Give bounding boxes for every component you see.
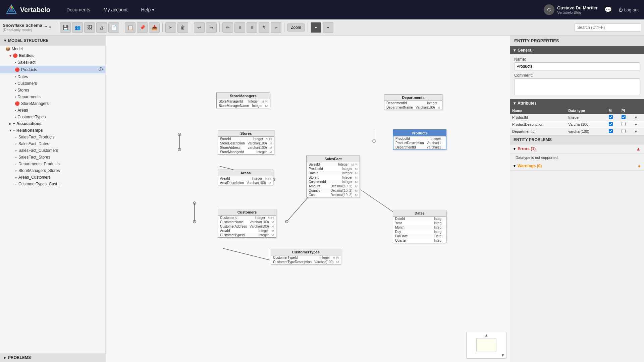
corner-button[interactable]: ⌐ (271, 22, 281, 33)
svg-point-20 (285, 220, 288, 223)
nav-help[interactable]: Help ▾ (138, 6, 157, 14)
attributes-table-container: Name Data type M PI ProductId Integer (510, 107, 644, 135)
view-toggle-1[interactable]: ▪ (311, 22, 321, 33)
attr-pi-checkbox[interactable] (622, 115, 626, 119)
entity-problems-header: ENTITY PROBLEMS (510, 135, 644, 144)
er-table-departments[interactable]: Departments DepartmentId Integer Departm… (384, 94, 442, 110)
save-button[interactable]: 💾 (60, 22, 71, 33)
errors-section-header[interactable]: ▾ Errors (1) ▲ (510, 144, 644, 154)
attr-m-checkbox[interactable] (609, 115, 613, 119)
sidebar-item-areas[interactable]: ▪ Areas (0, 107, 105, 114)
diagram-area[interactable]: StoreManagers StoreManagerId Integer M P… (106, 36, 510, 362)
comment-textarea[interactable] (514, 78, 640, 95)
comment-label: Comment: (514, 73, 640, 78)
image-button[interactable]: 🖼 (84, 22, 95, 33)
toolbar: Snowflake Schema ... (Read-only mode) ▼ … (0, 19, 644, 36)
sidebar-item-dates[interactable]: ▪ Dates (0, 73, 105, 80)
rel-departments-products[interactable]: ⌐ Departments_Products (0, 161, 105, 167)
table-row: StoreId Integer M PI (218, 137, 274, 141)
view-toggle-2[interactable]: ▪ (323, 22, 333, 33)
print-button[interactable]: 🖨 (96, 22, 107, 33)
name-input[interactable] (514, 62, 640, 70)
users-button[interactable]: 👥 (72, 22, 83, 33)
rel-customertypes-cust[interactable]: ⌐ CustomerTypes_Cust... (0, 181, 105, 187)
warnings-section-header[interactable]: ▾ Warnings (0) ● (510, 162, 644, 171)
attr-pi-checkbox[interactable] (622, 122, 626, 126)
er-table-salesfact[interactable]: SalesFact SalesId Integer M PI ProductId… (306, 156, 360, 197)
sidebar-item-salesfact[interactable]: ▪ SalesFact (0, 59, 105, 66)
align-left-button[interactable]: ≡ (234, 22, 245, 33)
associations-group[interactable]: ▸ + Associations (0, 120, 105, 127)
attr-dropdown[interactable]: ▼ (632, 121, 644, 128)
nav-my-account[interactable]: My account (101, 6, 130, 14)
align-center-button[interactable]: ≡ (247, 22, 257, 33)
user-avatar: G (544, 4, 554, 15)
rel-salesfact-customers[interactable]: ⌐ SalesFact_Customers (0, 147, 105, 154)
rel-storemanagers-stores[interactable]: ⌐ StoreManagers_Stores (0, 167, 105, 174)
er-table-customers[interactable]: Customers CustomerId Integer M PI Custom… (218, 209, 276, 238)
rel-salesfact-products[interactable]: ⌐ SalesFact_Products (0, 134, 105, 140)
entities-group[interactable]: ▾ 🔴 Entities (0, 52, 105, 59)
customertypes-header: CustomerTypes (271, 249, 341, 255)
import-button[interactable]: 📥 (149, 22, 160, 33)
general-section-header[interactable]: ▾ General (510, 46, 644, 54)
rel-areas-customers[interactable]: ⌐ Areas_Customers (0, 174, 105, 181)
circle-icon: ● (638, 163, 641, 169)
er-table-products[interactable]: Products ProductId Integer ProductDescri… (393, 129, 446, 150)
er-table-stores[interactable]: Stores StoreId Integer M PI StoreDescrip… (218, 130, 274, 155)
attr-m-checkbox[interactable] (609, 122, 613, 126)
mini-map[interactable]: ▲ ▼ (466, 332, 506, 359)
attr-m[interactable] (607, 121, 620, 128)
er-table-customertypes[interactable]: CustomerTypes CustomerTypeId Integer M P… (271, 249, 341, 264)
redo-button[interactable]: ↪ (206, 22, 217, 33)
attr-dropdown[interactable]: ▼ (632, 114, 644, 121)
sidebar-item-customers[interactable]: ▪ Customers (0, 80, 105, 87)
sidebar-item-stores[interactable]: ▪ Stores (0, 87, 105, 94)
table-row: Quantiy Decimal(10, 2) M (307, 188, 360, 193)
er-table-storemanagers[interactable]: StoreManagers StoreManagerId Integer M P… (216, 93, 270, 108)
route-button[interactable]: ↰ (259, 22, 269, 33)
scroll-up-icon[interactable]: ▲ (484, 333, 488, 338)
attr-pi[interactable] (620, 121, 632, 128)
collapse-icon[interactable]: ▾ (4, 38, 6, 43)
edit-button[interactable]: ✏ (222, 22, 233, 33)
rel-salesfact-stores[interactable]: ⌐ SalesFact_Stores (0, 154, 105, 161)
sidebar-item-products[interactable]: 🔴 Products ⓘ (0, 66, 105, 73)
er-table-areas[interactable]: Areas AreaId Integer M PI AreaDescriptio… (218, 170, 273, 185)
attributes-section-header[interactable]: ▾ Attributes (510, 99, 644, 107)
doc-button[interactable]: 📄 (108, 22, 119, 33)
sep3 (162, 23, 163, 32)
sidebar-item-customertypes[interactable]: ▪ CustomerTypes (0, 114, 105, 120)
attr-m[interactable] (607, 128, 620, 135)
scroll-down-icon[interactable]: ▼ (501, 353, 505, 358)
nav-documents[interactable]: Documents (64, 6, 93, 14)
undo-button[interactable]: ↩ (194, 22, 205, 33)
problems-section[interactable]: ▸ PROBLEMS (0, 353, 105, 362)
cut-button[interactable]: ✂ (165, 22, 176, 33)
chat-icon[interactable]: 💬 (603, 5, 613, 15)
dates-header: Dates (393, 210, 446, 217)
logout-button[interactable]: ⏻ Log out (619, 7, 639, 12)
er-table-dates[interactable]: Dates DateId Integ Year Integ Month Inte… (393, 210, 446, 243)
attr-pi-checkbox[interactable] (622, 129, 626, 133)
attr-m-checkbox[interactable] (609, 129, 613, 133)
search-input[interactable] (574, 23, 641, 32)
copy-button[interactable]: 📋 (125, 22, 136, 33)
table-row: StoreManagerName Integer M (217, 104, 270, 108)
rel-salesfact-dates[interactable]: ⌐ SalesFact_Dates (0, 140, 105, 147)
model-item[interactable]: 📦 Model (0, 46, 105, 52)
attr-pi[interactable] (620, 128, 632, 135)
doc-dropdown-icon[interactable]: ▼ (48, 25, 52, 29)
paste-button[interactable]: 📌 (137, 22, 148, 33)
relationships-group[interactable]: ▾ ⌐ Relationships (0, 127, 105, 134)
delete-button[interactable]: 🗑 (177, 22, 188, 33)
sidebar-item-storemanagers[interactable]: 🔴 StoreManagers (0, 100, 105, 107)
attr-m[interactable] (607, 114, 620, 121)
attr-dropdown[interactable]: ▼ (632, 128, 644, 135)
sidebar-item-departments[interactable]: ▪ Departments (0, 94, 105, 100)
zoom-button[interactable]: Zoom (287, 23, 305, 32)
departments-header: Departments (384, 95, 442, 101)
sidebar-content: 📦 Model ▾ 🔴 Entities ▪ SalesFact 🔴 Produ… (0, 46, 105, 353)
attr-pi[interactable] (620, 114, 632, 121)
main-layout: ▾ MODEL STRUCTURE 📦 Model ▾ 🔴 Entities ▪… (0, 36, 644, 362)
